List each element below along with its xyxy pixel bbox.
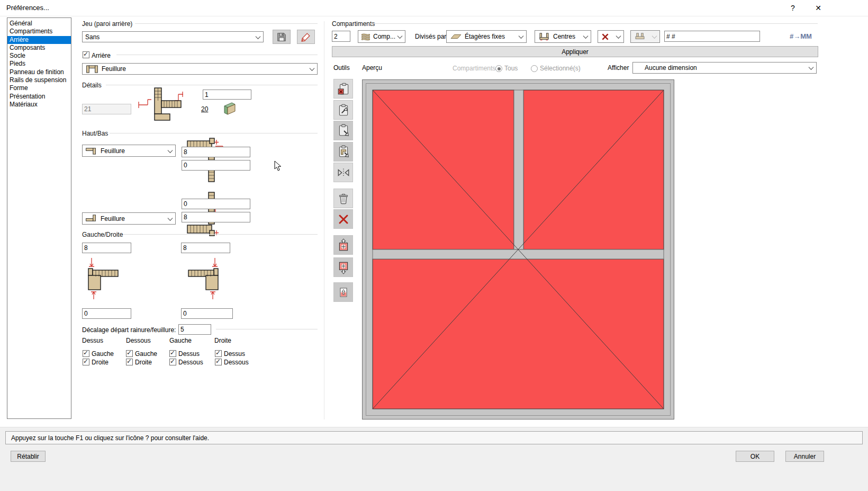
- edit-preset-button[interactable]: [297, 30, 315, 44]
- gauche-value2-field[interactable]: [82, 308, 131, 319]
- chevron-down-icon: [809, 65, 814, 70]
- sidebar-item-socle[interactable]: Socle: [7, 52, 71, 60]
- insert-into-button[interactable]: [333, 282, 353, 302]
- haut-type-dropdown[interactable]: Feuillure: [82, 145, 176, 157]
- clipboard-clear-button[interactable]: [333, 79, 353, 99]
- compartment-top-left[interactable]: [373, 90, 514, 249]
- sidebar-item-arriere[interactable]: Arrière: [7, 36, 71, 44]
- bas-value1-field[interactable]: [182, 199, 250, 209]
- vertical-divider: [514, 90, 523, 249]
- compartment-count-field[interactable]: [332, 31, 350, 42]
- close-button[interactable]: ✕: [808, 0, 829, 16]
- save-preset-button[interactable]: [273, 30, 291, 44]
- gauche-value1-field[interactable]: [82, 243, 131, 253]
- group-gd-title: Gauche/Droite: [82, 231, 123, 238]
- gauche-dessous-checkbox[interactable]: [169, 359, 176, 365]
- gauche-dessus-label: Dessus: [178, 350, 200, 358]
- clipboard-clear-icon: [337, 82, 350, 96]
- sidebar-item-general[interactable]: Général: [7, 20, 71, 28]
- value-20-link[interactable]: 20: [201, 105, 208, 113]
- alignment-dropdown[interactable]: Centres: [535, 30, 591, 43]
- col-header-gauche: Gauche: [169, 337, 192, 344]
- sidebar-item-composants[interactable]: Composants: [7, 44, 71, 52]
- droite-value1-field[interactable]: [181, 243, 230, 253]
- sidebar-item-pieds[interactable]: Pieds: [7, 60, 71, 68]
- back-section-diagram: [135, 86, 188, 127]
- dessous-gauche-checkbox[interactable]: [126, 350, 133, 357]
- apply-button[interactable]: Appliquer: [332, 46, 818, 57]
- trash-icon: [337, 192, 350, 206]
- droite-dessous-checkbox[interactable]: [215, 359, 222, 365]
- droite-dessus-checkbox[interactable]: [215, 350, 222, 357]
- annuler-button[interactable]: Annuler: [785, 451, 824, 462]
- droite-value2-field[interactable]: [181, 308, 233, 319]
- jeu-detail-field[interactable]: [203, 90, 251, 100]
- group-jeu-title: Jeu (paroi arrière): [82, 20, 132, 28]
- sidebar-item-materiaux[interactable]: Matériaux: [7, 101, 71, 109]
- insert-below-button[interactable]: [333, 257, 353, 277]
- trash-button[interactable]: [333, 189, 353, 208]
- section-rule: [216, 329, 318, 329]
- horizontal-divider: [373, 249, 664, 259]
- compartment-type-value: Comp...: [373, 33, 395, 40]
- dessus-droite-checkbox[interactable]: [83, 359, 89, 365]
- col-header-dessus: Dessus: [82, 337, 103, 344]
- mirror-button[interactable]: [333, 163, 353, 182]
- ok-button[interactable]: OK: [736, 451, 774, 462]
- compartment-type-dropdown[interactable]: Comp...: [358, 30, 405, 43]
- help-button[interactable]: ?: [782, 0, 803, 16]
- haut-value1-field[interactable]: [182, 147, 250, 157]
- disabled-shelf-dropdown: [630, 30, 660, 43]
- sidebar-item-rails-suspension[interactable]: Rails de suspension: [7, 76, 71, 84]
- preferences-dialog: Préférences... ? ✕ Général Compartiments…: [0, 0, 868, 491]
- section-rule: [116, 55, 318, 55]
- bas-value2-field[interactable]: [182, 212, 250, 222]
- dimension-display-dropdown[interactable]: Aucune dimension: [632, 62, 817, 74]
- sidebar-item-panneau-finition[interactable]: Panneau de finition: [7, 68, 71, 76]
- cabinet-preview[interactable]: [362, 79, 674, 419]
- save-icon: [276, 31, 287, 43]
- option-x-dropdown[interactable]: [598, 30, 624, 43]
- back-type-dropdown[interactable]: Feuillure: [82, 63, 318, 75]
- bas-type-dropdown[interactable]: Feuillure: [82, 212, 176, 225]
- units-conversion-icon[interactable]: #→MM: [790, 32, 812, 40]
- help-text: Appuyez sur la touche F1 ou cliquez sur …: [11, 434, 209, 442]
- dessus-gauche-label: Gauche: [92, 350, 114, 358]
- clipboard-paste-contents-button[interactable]: [333, 142, 353, 162]
- title-bar: Préférences... ? ✕: [0, 0, 868, 16]
- material-panels-icon[interactable]: [221, 101, 238, 117]
- gauche-dessus-checkbox[interactable]: [169, 350, 176, 357]
- sidebar-item-presentation[interactable]: Présentation: [7, 93, 71, 101]
- section-rule: [135, 23, 318, 24]
- chevron-down-icon: [652, 33, 657, 39]
- help-bar: Appuyez sur la touche F1 ou cliquez sur …: [5, 431, 863, 444]
- gauche-dessous-label: Dessous: [178, 359, 203, 366]
- clipboard-copy-to-icon: [337, 103, 350, 117]
- sidebar-item-forme[interactable]: Forme: [7, 84, 71, 92]
- gauche-joint-diagram: [83, 257, 124, 300]
- compartment-top-right[interactable]: [523, 90, 664, 249]
- chevron-down-icon: [168, 216, 173, 221]
- clipboard-paste-contents-icon: [337, 145, 350, 159]
- dessus-gauche-checkbox[interactable]: [83, 350, 89, 357]
- insert-above-button[interactable]: [333, 235, 353, 255]
- haut-value2-field[interactable]: [182, 160, 250, 171]
- division-type-dropdown[interactable]: Étagères fixes: [446, 30, 527, 43]
- group-details-title: Détails: [82, 82, 102, 89]
- compartment-bottom[interactable]: [373, 259, 664, 409]
- selection-radio: [531, 65, 538, 72]
- divises-par-label: Divisés par: [415, 33, 446, 40]
- jeu-preset-dropdown[interactable]: Sans: [82, 31, 264, 42]
- decalage-field[interactable]: [178, 324, 211, 335]
- clipboard-paste-from-button[interactable]: [333, 121, 353, 140]
- delete-compartment-button[interactable]: [333, 209, 353, 229]
- category-list: Général Compartiments Arrière Composants…: [7, 17, 71, 419]
- sidebar-item-compartiments[interactable]: Compartiments: [7, 28, 71, 35]
- retablir-button[interactable]: Rétablir: [11, 451, 46, 462]
- chevron-down-icon: [616, 33, 621, 39]
- arriere-checkbox[interactable]: [83, 51, 89, 58]
- clipboard-copy-to-button[interactable]: [333, 100, 353, 120]
- name-pattern-field[interactable]: [664, 31, 760, 42]
- dessous-droite-checkbox[interactable]: [126, 359, 133, 365]
- arriere-label: Arrière: [92, 52, 111, 59]
